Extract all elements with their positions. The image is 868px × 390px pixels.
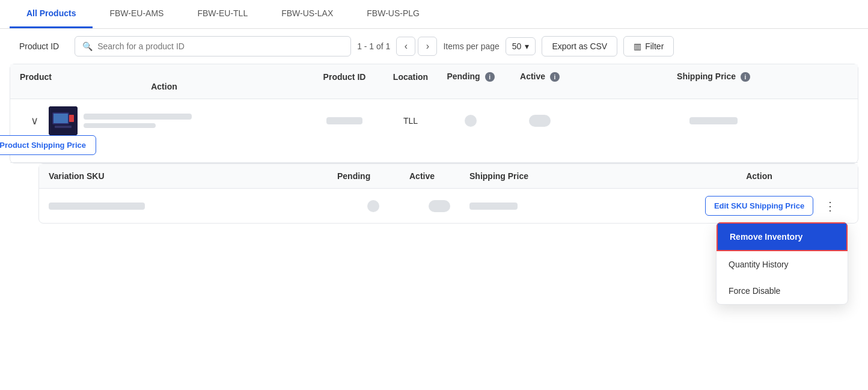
header-shipping-price: Shipping Price i	[579, 72, 848, 82]
filter-icon: ▥	[634, 41, 641, 51]
variation-sku-cell	[49, 203, 337, 210]
main-table: Product Product ID Location Pending i Ac…	[10, 64, 858, 163]
tabs-nav: All Products FBW-EU-AMS FBW-EU-TLL FBW-U…	[0, 0, 868, 29]
product-cell	[49, 106, 308, 135]
shipping-price-cell	[579, 117, 848, 124]
variation-header-row: Variation SKU Pending Active Shipping Pr…	[39, 164, 858, 189]
variation-active-cell	[409, 200, 469, 212]
table-row: ∨	[10, 99, 858, 163]
items-per-page-label: Items per page	[443, 41, 499, 51]
svg-rect-2	[53, 114, 68, 123]
header-product-id: Product ID	[308, 72, 381, 82]
tab-fbw-us-plg[interactable]: FBW-US-PLG	[350, 0, 436, 28]
more-button-container: ⋮ Remove Inventory Quantity History Forc…	[819, 197, 848, 216]
search-box[interactable]: 🔍	[75, 36, 351, 56]
header-pending: Pending i	[441, 72, 501, 82]
variation-table: Variation SKU Pending Active Shipping Pr…	[38, 163, 858, 224]
prev-page-button[interactable]: ‹	[396, 37, 415, 56]
pending-cell	[441, 115, 501, 127]
expand-row-button[interactable]: ∨	[20, 114, 49, 127]
svg-rect-4	[55, 126, 72, 128]
filter-label: Filter	[645, 41, 664, 51]
header-location: Location	[381, 72, 441, 82]
header-product: Product	[20, 72, 308, 82]
items-per-page-value: 50	[512, 41, 522, 51]
search-input[interactable]	[97, 41, 343, 51]
export-csv-button[interactable]: Export as CSV	[542, 36, 617, 56]
table-header-row: Product Product ID Location Pending i Ac…	[10, 64, 858, 99]
header-action: Action	[20, 82, 308, 91]
items-per-page-select[interactable]: 50 ▾	[506, 37, 536, 55]
chevron-down-icon: ▾	[525, 41, 529, 51]
variation-header-pending: Pending	[337, 171, 409, 181]
filter-button[interactable]: ▥ Filter	[623, 36, 674, 56]
quantity-history-item[interactable]: Quantity History	[717, 251, 848, 278]
force-disable-item[interactable]: Force Disable	[717, 278, 848, 304]
tab-fbw-us-lax[interactable]: FBW-US-LAX	[264, 0, 350, 28]
variation-header-action: Action	[699, 171, 819, 181]
product-name-blurred	[84, 112, 308, 129]
product-thumbnail	[49, 106, 78, 135]
product-id-label: Product ID	[10, 41, 69, 51]
action-cell: Edit Product Shipping Price	[20, 135, 49, 155]
variation-header-shipping-price: Shipping Price	[469, 171, 699, 181]
variation-action-cell: Edit SKU Shipping Price	[699, 196, 819, 216]
edit-sku-shipping-price-button[interactable]: Edit SKU Shipping Price	[705, 196, 813, 216]
variation-header-sku: Variation SKU	[49, 171, 337, 181]
product-id-cell	[308, 117, 381, 124]
header-active: Active i	[501, 72, 579, 82]
search-icon: 🔍	[82, 41, 93, 51]
tab-fbw-eu-ams[interactable]: FBW-EU-AMS	[93, 0, 180, 28]
variation-pending-cell	[337, 200, 409, 212]
edit-product-shipping-price-button[interactable]: Edit Product Shipping Price	[0, 135, 96, 155]
variation-row: Edit SKU Shipping Price ⋮ Remove Invento…	[39, 189, 858, 223]
toolbar: Product ID 🔍 1 - 1 of 1 ‹ › Items per pa…	[0, 29, 868, 64]
location-cell: TLL	[381, 116, 441, 126]
dropdown-menu: Remove Inventory Quantity History Force …	[716, 222, 848, 305]
variation-header-active: Active	[409, 171, 469, 181]
svg-rect-3	[69, 115, 74, 122]
pending-info-icon[interactable]: i	[485, 72, 495, 82]
variation-shipping-price-cell	[469, 203, 699, 210]
remove-inventory-item[interactable]: Remove Inventory	[717, 222, 848, 251]
more-options-button[interactable]: ⋮	[819, 197, 841, 216]
next-page-button[interactable]: ›	[418, 37, 437, 56]
tab-all-products[interactable]: All Products	[10, 0, 93, 28]
shipping-info-icon[interactable]: i	[741, 72, 750, 82]
pagination-info: 1 - 1 of 1	[357, 41, 390, 51]
active-info-icon[interactable]: i	[550, 72, 560, 82]
tab-fbw-eu-tll[interactable]: FBW-EU-TLL	[180, 0, 264, 28]
active-cell	[501, 115, 579, 127]
pagination-buttons: ‹ ›	[396, 37, 437, 56]
